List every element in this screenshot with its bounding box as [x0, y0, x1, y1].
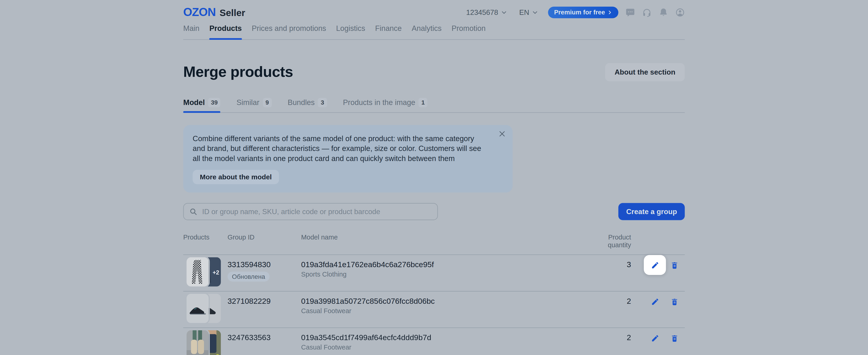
nav-item-logistics[interactable]: Logistics [336, 24, 365, 39]
tab-count-badge: 9 [263, 98, 272, 107]
main-nav: Main Products Prices and promotions Logi… [183, 24, 685, 40]
thumbnail-stack-front [187, 257, 209, 287]
nav-item-promotion[interactable]: Promotion [452, 24, 486, 39]
chat-icon[interactable] [626, 7, 635, 17]
tab-model[interactable]: Model 39 [183, 98, 220, 112]
product-thumbnails-beige-boots[interactable] [187, 330, 224, 355]
language-label: EN [519, 8, 529, 16]
pencil-icon [651, 334, 659, 342]
banner-text: Combine different variants of the same m… [193, 134, 488, 164]
account-id: 12345678 [466, 8, 498, 16]
top-bar-actions: 12345678 EN Premium for free [466, 6, 685, 18]
notifications-icon[interactable] [659, 7, 668, 17]
search-icon [189, 207, 197, 216]
header-model-name: Model name [301, 233, 589, 249]
delete-group-button[interactable] [667, 255, 681, 275]
delete-group-button[interactable] [667, 328, 681, 348]
group-id: 3313594830 [227, 260, 301, 269]
chevron-down-icon [501, 9, 507, 15]
premium-button[interactable]: Premium for free [548, 6, 618, 18]
close-icon [498, 130, 506, 138]
account-selector[interactable]: 12345678 [466, 8, 507, 16]
tab-label: Bundles [288, 98, 315, 106]
ozon-seller-logo[interactable]: OZON Seller [183, 5, 245, 19]
tab-count-badge: 39 [208, 98, 220, 107]
support-icon[interactable] [642, 7, 651, 17]
model-name: 019a39981a50727c856c076fcc8d06bc [301, 296, 589, 305]
seller-dashboard-page: OZON Seller 12345678 EN Premium for free [0, 0, 868, 355]
product-thumbnails-dark-sneakers[interactable] [187, 294, 224, 323]
search-input[interactable] [201, 207, 432, 216]
language-selector[interactable]: EN [519, 8, 538, 16]
nav-item-products[interactable]: Products [210, 24, 242, 39]
more-about-model-button[interactable]: More about the model [193, 170, 279, 184]
edit-group-button[interactable] [644, 291, 666, 311]
tab-label: Model [183, 98, 205, 106]
about-section-button[interactable]: About the section [605, 63, 685, 82]
pencil-icon [651, 297, 659, 305]
trash-icon [670, 261, 678, 269]
chevron-right-icon [607, 10, 612, 14]
group-id: 3247633563 [227, 333, 301, 342]
nav-item-analytics[interactable]: Analytics [411, 24, 441, 39]
merge-tabs: Model 39 Similar 9 Bundles 3 Products in… [183, 98, 685, 113]
table-row: 3271082229 019a39981a50727c856c076fcc8d0… [183, 291, 685, 328]
trash-icon [670, 297, 678, 305]
tab-count-badge: 1 [418, 98, 428, 107]
chevron-down-icon [532, 9, 538, 15]
header-group-id: Group ID [227, 233, 301, 249]
model-name: 019a3545cd1f7499af64ecfc4ddd9b7d [301, 333, 589, 342]
model-category: Casual Footwear [301, 307, 589, 315]
edit-group-button[interactable] [644, 328, 666, 348]
table-header: Products Group ID Model name Product qua… [183, 230, 685, 254]
nav-item-main[interactable]: Main [183, 24, 199, 39]
create-group-button[interactable]: Create a group [619, 203, 685, 220]
header-products: Products [183, 233, 227, 249]
group-id: 3271082229 [227, 296, 301, 305]
groups-table: Products Group ID Model name Product qua… [183, 230, 685, 355]
more-images-count: +2 [213, 268, 219, 275]
premium-button-label: Premium for free [554, 9, 605, 15]
delete-group-button[interactable] [667, 291, 681, 311]
seller-logo-text: Seller [219, 8, 245, 19]
header-quantity: Product quantity [589, 233, 631, 249]
pencil-icon [651, 261, 659, 269]
info-banner: Combine different variants of the same m… [183, 125, 513, 193]
thumbnail-stack-front [187, 294, 209, 323]
ozon-logo-text: OZON [183, 5, 216, 19]
model-category: Sports Clothing [301, 270, 589, 278]
tab-label: Similar [237, 98, 259, 106]
product-quantity: 2 [589, 291, 631, 327]
tab-products-in-the-image[interactable]: Products in the image 1 [343, 98, 427, 112]
tab-similar[interactable]: Similar 9 [237, 98, 272, 112]
table-row: 3247633563 019a3545cd1f7499af64ecfc4ddd9… [183, 328, 685, 355]
trash-icon [670, 334, 678, 342]
tab-bundles[interactable]: Bundles 3 [288, 98, 327, 112]
product-thumbnails-checkered-trousers[interactable]: +2 [187, 257, 224, 287]
profile-icon[interactable] [675, 7, 685, 17]
model-category: Casual Footwear [301, 344, 589, 351]
status-badge: Обновлена [227, 271, 270, 282]
top-bar: OZON Seller 12345678 EN Premium for free [183, 0, 685, 20]
thumbnail-stack-front [187, 330, 209, 355]
product-quantity: 3 [589, 255, 631, 291]
nav-item-finance[interactable]: Finance [375, 24, 402, 39]
table-row: +2 3313594830 Обновлена 019a3fda41e1762e… [183, 254, 685, 291]
product-quantity: 2 [589, 328, 631, 355]
edit-group-button[interactable] [644, 255, 666, 275]
model-name: 019a3fda41e1762ea6b4c6a276bce95f [301, 260, 589, 269]
page-title: Merge products [183, 64, 293, 81]
tab-label: Products in the image [343, 98, 415, 106]
banner-close-button[interactable] [498, 130, 506, 139]
nav-item-prices-and-promotions[interactable]: Prices and promotions [252, 24, 326, 39]
search-box [183, 203, 438, 220]
tab-count-badge: 3 [318, 98, 327, 107]
